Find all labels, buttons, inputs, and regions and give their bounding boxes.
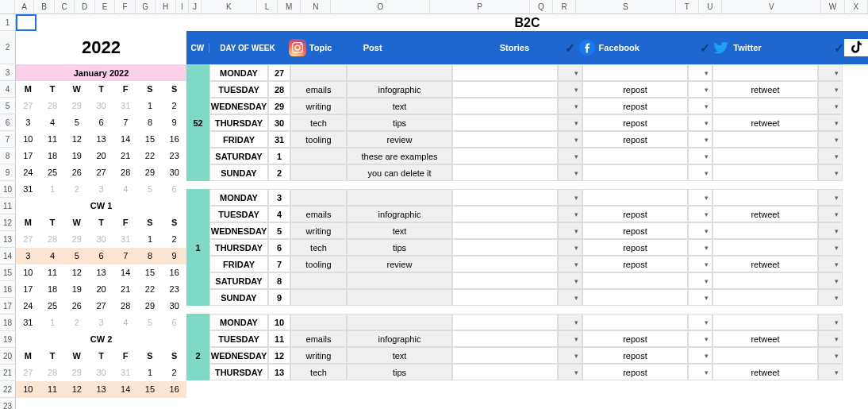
- dropdown-cell[interactable]: [688, 314, 712, 330]
- calendar-day[interactable]: 28: [113, 164, 138, 181]
- calendar-day[interactable]: 3: [16, 248, 40, 264]
- col-header[interactable]: G: [136, 0, 156, 14]
- date-cell[interactable]: 9: [268, 289, 290, 306]
- row-header[interactable]: 19: [0, 331, 16, 348]
- day-cell[interactable]: WEDNESDAY: [209, 222, 268, 239]
- calendar-day[interactable]: 24: [16, 298, 40, 314]
- post-cell[interactable]: you can delete it: [347, 164, 452, 181]
- date-cell[interactable]: 29: [268, 98, 290, 114]
- topic-cell[interactable]: writing: [290, 98, 347, 114]
- calendar-day[interactable]: 11: [40, 131, 65, 148]
- date-cell[interactable]: 3: [268, 189, 290, 206]
- stories-cell[interactable]: [452, 222, 558, 239]
- calendar-day[interactable]: 5: [64, 248, 89, 264]
- calendar-day[interactable]: 16: [162, 264, 186, 281]
- dropdown-cell[interactable]: [558, 164, 582, 181]
- post-cell[interactable]: review: [347, 131, 452, 148]
- calendar-day[interactable]: 12: [64, 264, 89, 281]
- date-cell[interactable]: 27: [268, 64, 290, 81]
- twitter-cell[interactable]: [712, 64, 818, 81]
- facebook-cell[interactable]: repost: [582, 131, 688, 148]
- dropdown-cell[interactable]: [688, 189, 712, 206]
- topic-cell[interactable]: [290, 272, 347, 289]
- dropdown-cell[interactable]: [558, 272, 582, 289]
- calendar-day[interactable]: 2: [162, 365, 186, 381]
- col-header[interactable]: X: [845, 0, 868, 14]
- calendar-day[interactable]: 29: [64, 365, 89, 381]
- stories-cell[interactable]: [452, 347, 558, 364]
- dropdown-cell[interactable]: [558, 364, 582, 380]
- calendar-day[interactable]: 11: [40, 381, 65, 398]
- col-header[interactable]: D: [75, 0, 94, 14]
- row-header[interactable]: 12: [0, 214, 16, 231]
- col-header[interactable]: H: [156, 0, 175, 14]
- dropdown-cell[interactable]: [688, 330, 712, 347]
- day-cell[interactable]: SATURDAY: [209, 148, 268, 164]
- calendar-day[interactable]: 1: [40, 181, 65, 198]
- twitter-cell[interactable]: retweet: [712, 256, 818, 272]
- calendar-day[interactable]: 31: [113, 365, 138, 381]
- dropdown-cell[interactable]: [818, 131, 843, 148]
- post-cell[interactable]: [347, 289, 452, 306]
- row-header[interactable]: 13: [0, 231, 16, 248]
- twitter-cell[interactable]: [712, 189, 818, 206]
- date-cell[interactable]: 8: [268, 272, 290, 289]
- row-header[interactable]: 7: [0, 131, 16, 148]
- calendar-day[interactable]: 2: [64, 181, 89, 198]
- calendar-day[interactable]: 22: [138, 148, 163, 164]
- topic-cell[interactable]: writing: [290, 222, 347, 239]
- calendar-day[interactable]: 9: [162, 248, 186, 264]
- dropdown-cell[interactable]: [688, 347, 712, 364]
- day-cell[interactable]: MONDAY: [209, 314, 268, 330]
- dropdown-cell[interactable]: [558, 131, 582, 148]
- col-header[interactable]: B: [34, 0, 54, 14]
- calendar-day[interactable]: 29: [138, 298, 163, 314]
- dropdown-cell[interactable]: [818, 256, 843, 272]
- dropdown-cell[interactable]: [818, 189, 843, 206]
- twitter-cell[interactable]: retweet: [712, 206, 818, 222]
- dropdown-cell[interactable]: [688, 64, 712, 81]
- calendar-day[interactable]: 31: [113, 231, 138, 248]
- calendar-day[interactable]: 28: [40, 231, 65, 248]
- col-header[interactable]: W: [821, 0, 844, 14]
- stories-cell[interactable]: [452, 164, 558, 181]
- day-cell[interactable]: FRIDAY: [209, 256, 268, 272]
- stories-cell[interactable]: [452, 64, 558, 81]
- stories-cell[interactable]: [452, 256, 558, 272]
- calendar-day[interactable]: 13: [89, 131, 113, 148]
- calendar-day[interactable]: 1: [40, 314, 65, 331]
- calendar-day[interactable]: 8: [138, 114, 163, 131]
- twitter-cell[interactable]: [712, 272, 818, 289]
- calendar-day[interactable]: 29: [64, 231, 89, 248]
- row-header[interactable]: 23: [0, 398, 16, 409]
- day-cell[interactable]: THURSDAY: [209, 239, 268, 256]
- calendar-day[interactable]: 10: [16, 131, 40, 148]
- topic-cell[interactable]: tooling: [290, 256, 347, 272]
- calendar-day[interactable]: 5: [138, 181, 163, 198]
- calendar-day[interactable]: 6: [89, 248, 113, 264]
- topic-cell[interactable]: writing: [290, 347, 347, 364]
- day-cell[interactable]: TUESDAY: [209, 330, 268, 347]
- calendar-day[interactable]: 15: [138, 381, 163, 398]
- row-header[interactable]: 8: [0, 148, 16, 164]
- col-header[interactable]: J: [189, 0, 202, 14]
- date-cell[interactable]: 4: [268, 206, 290, 222]
- row-header[interactable]: 17: [0, 298, 16, 314]
- date-cell[interactable]: 11: [268, 330, 290, 347]
- dropdown-cell[interactable]: [818, 314, 843, 330]
- col-header[interactable]: N: [301, 0, 331, 14]
- calendar-day[interactable]: 14: [113, 264, 138, 281]
- dropdown-cell[interactable]: [688, 206, 712, 222]
- stories-cell[interactable]: [452, 314, 558, 330]
- dropdown-cell[interactable]: [688, 289, 712, 306]
- row-headers[interactable]: 1234567891011121314151617181920212223: [0, 14, 16, 409]
- calendar-day[interactable]: 27: [89, 164, 113, 181]
- calendar-day[interactable]: 30: [162, 298, 186, 314]
- post-cell[interactable]: these are examples: [347, 148, 452, 164]
- calendar-day[interactable]: 6: [162, 314, 186, 331]
- day-cell[interactable]: THURSDAY: [209, 114, 268, 131]
- col-header[interactable]: A: [15, 0, 35, 14]
- dropdown-cell[interactable]: [818, 148, 843, 164]
- twitter-cell[interactable]: retweet: [712, 330, 818, 347]
- dropdown-cell[interactable]: [818, 347, 843, 364]
